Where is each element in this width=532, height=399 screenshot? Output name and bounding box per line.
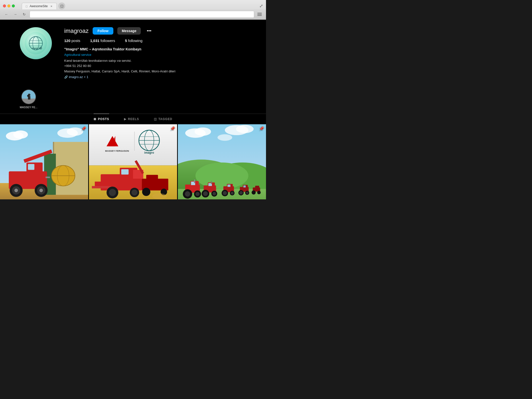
browser-menu-button[interactable] [256,11,263,18]
active-tab[interactable]: ◻ AwesomeSite ✕ [22,3,57,9]
post-item-1[interactable]: 📌 [0,124,88,200]
tab-title: AwesomeSite [30,4,48,8]
posts-count: 120 [64,39,70,43]
follow-button[interactable]: Follow [93,27,113,35]
tab-close-button[interactable]: ✕ [50,4,53,8]
post-image-2: MASSEY FERGUSON imagro [89,124,177,200]
tab-posts-label: POSTS [98,117,109,121]
followers-stat[interactable]: 1,031 followers [90,39,115,43]
tab-favicon: ◻ [25,5,28,8]
forward-button[interactable]: → [12,11,19,18]
tab-reels-label: REELS [128,117,139,121]
svg-rect-13 [28,96,30,100]
post-pin-3: 📌 [259,126,264,131]
profile-avatar[interactable]: imagro [20,27,52,59]
menu-line-1 [257,13,262,13]
bio-line1: Kənd təsərrüfatı texnikalarının satışı v… [64,58,251,63]
posts-label: posts [71,39,80,43]
svg-point-38 [67,127,83,136]
svg-point-59 [109,189,116,196]
new-tab-icon: ⊡ [60,4,63,8]
svg-rect-93 [227,184,230,187]
svg-point-61 [132,189,138,195]
posts-stat[interactable]: 120 posts [64,39,80,43]
posts-grid: 📌 [0,124,266,200]
post-image-3 [178,124,266,200]
tab-posts[interactable]: ⊞ POSTS [94,114,109,124]
bio-link[interactable]: 🔗 imagro.az + 1 [64,75,251,80]
svg-point-102 [239,191,243,194]
highlight-item[interactable]: MASSEY FE... [20,89,38,109]
highlight-circle [21,89,36,104]
svg-text:imagro: imagro [32,47,40,49]
profile-section: imagro imagroaz Follow Message ••• 120 p… [0,20,266,87]
svg-point-36 [13,130,28,138]
svg-point-8 [40,48,41,49]
highlight-label: MASSEY FE... [20,106,38,109]
svg-point-25 [14,189,18,192]
svg-rect-106 [255,186,259,189]
svg-point-28 [39,189,43,192]
profile-avatar-container: imagro [20,27,52,59]
svg-point-112 [236,125,254,133]
svg-point-69 [152,193,167,199]
bio-link-anchor[interactable]: imagro.az + 1 [69,75,88,79]
close-window-button[interactable] [3,4,6,7]
post-image-1 [0,124,88,200]
highlight-image [22,90,36,104]
bio-line3: Massey Ferguson, Hattat, Carraro SpA, Ha… [64,69,251,74]
following-stat[interactable]: 5 following [125,39,143,43]
message-button[interactable]: Message [117,27,141,35]
svg-rect-100 [243,185,246,187]
following-label: following [128,39,142,43]
tab-tagged-label: TAGGED [158,117,172,121]
svg-text:imagro: imagro [144,151,154,154]
browser-titlebar: ◻ AwesomeSite ✕ ⊡ ⤢ [0,0,266,9]
page-content: imagro imagroaz Follow Message ••• 120 p… [0,20,266,199]
highlights-section: MASSEY FE... [0,87,266,114]
svg-point-87 [203,191,208,196]
more-options-button[interactable]: ••• [145,27,153,35]
svg-point-110 [195,127,211,136]
svg-rect-82 [194,179,195,183]
new-tab-button[interactable]: ⊡ [58,2,65,9]
tabs-section: ⊞ POSTS ▶ REELS ◫ TAGGED [0,114,266,124]
svg-rect-53 [92,186,111,188]
svg-point-64 [142,188,150,196]
minimize-window-button[interactable] [7,4,10,7]
post-item-2[interactable]: MASSEY FERGUSON imagro [89,124,177,200]
svg-rect-34 [45,176,50,178]
tab-bar: ◻ AwesomeSite ✕ ⊡ [22,2,65,9]
followers-label: followers [101,39,115,43]
tagged-tab-icon: ◫ [154,117,157,121]
stats-row: 120 posts 1,031 followers 5 following [64,39,251,43]
svg-rect-63 [146,175,158,182]
bio-name: "Imagro" MMC – Aqrotexnika Traktor Komba… [64,47,251,52]
post-pin-1: 📌 [81,126,86,131]
svg-point-79 [185,191,190,196]
browser-chrome: ◻ AwesomeSite ✕ ⊡ ⤢ ← → ↻ [0,0,266,20]
tab-tagged[interactable]: ◫ TAGGED [154,114,172,124]
svg-point-113 [218,134,232,141]
profile-avatar-image: imagro [25,32,47,54]
profile-info: imagroaz Follow Message ••• 120 posts 1,… [64,27,251,80]
svg-rect-90 [211,181,212,184]
menu-line-2 [257,14,262,15]
fullscreen-window-button[interactable] [12,4,15,7]
svg-point-108 [257,190,261,194]
reels-tab-icon: ▶ [124,117,126,121]
back-button[interactable]: ← [3,11,10,18]
post-pin-2: 📌 [170,126,175,131]
tab-reels[interactable]: ▶ REELS [124,114,139,124]
followers-count: 1,031 [90,39,100,43]
svg-point-89 [212,192,216,195]
svg-point-107 [252,190,256,194]
svg-rect-14 [27,95,29,97]
fullscreen-icon[interactable]: ⤢ [259,3,263,9]
posts-tab-icon: ⊞ [94,117,96,121]
post-item-3[interactable]: 📌 [178,124,266,200]
refresh-button[interactable]: ↻ [21,11,28,18]
profile-username: imagroaz [64,27,89,34]
browser-toolbar: ← → ↻ [0,9,266,20]
address-bar[interactable] [30,11,254,18]
